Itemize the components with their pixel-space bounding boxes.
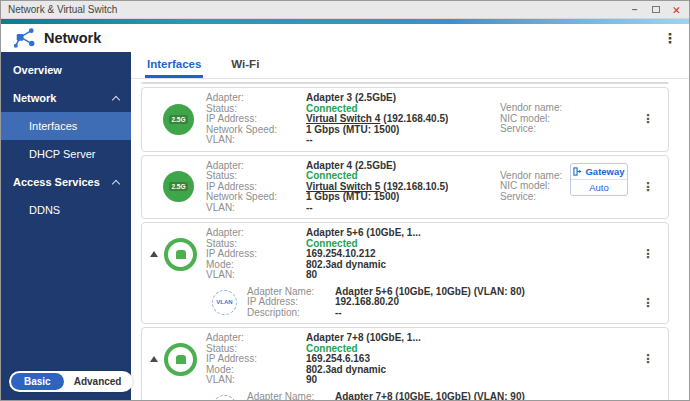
adapter-card-3: 2.5G Adapter:Adapter 3 (2.5GbE) Status:C… xyxy=(141,87,669,152)
basic-mode-button[interactable]: Basic xyxy=(11,373,64,390)
status-value: Connected xyxy=(306,344,358,355)
vlan-icon: VLAN xyxy=(212,395,237,400)
chevron-up-icon xyxy=(112,95,120,103)
field-label: Status: xyxy=(206,171,306,182)
sidebar-item-label: DDNS xyxy=(29,204,60,216)
sidebar: Overview Network Interfaces DHCP Server … xyxy=(1,52,131,400)
adapter-2-5g-icon: 2.5G xyxy=(163,104,194,135)
field-label: IP Address: xyxy=(206,354,306,365)
field-label: Adapter: xyxy=(206,93,306,104)
sidebar-item-label: DHCP Server xyxy=(29,148,95,160)
tabs-bar: Interfaces Wi-Fi xyxy=(131,52,689,79)
minimize-button[interactable]: – xyxy=(626,3,643,17)
sidebar-item-dhcp-server[interactable]: DHCP Server xyxy=(1,140,131,168)
sidebar-group-label: Access Services xyxy=(13,176,100,188)
adapter-card-4: 2.5G Adapter:Adapter 4 (2.5GbE) Status:C… xyxy=(141,155,669,220)
app-header: Network ⋮ xyxy=(1,24,689,52)
sidebar-item-overview[interactable]: Overview xyxy=(1,56,131,84)
card-kebab-menu-icon[interactable]: ⋮ xyxy=(642,248,654,260)
field-label: IP Address: xyxy=(206,249,306,260)
adapter-fields: Adapter:Adapter 4 (2.5GbE) Status:Connec… xyxy=(206,161,500,214)
speed-value: 1 Gbps (MTU: 1500) xyxy=(306,125,399,136)
ip-address: (192.168.40.5) xyxy=(383,114,448,124)
virtual-switch-link[interactable]: Virtual Switch 5 xyxy=(306,182,380,192)
status-value: Connected xyxy=(306,104,358,115)
tab-wifi[interactable]: Wi-Fi xyxy=(229,56,261,78)
nic-info-fields: Vendor name:QNAP NIC model:Intel Etherne… xyxy=(500,93,660,146)
network-app-icon xyxy=(13,28,35,48)
vlan-adapter-name: Adapter 5+6 (10GbE, 10GbE) (VLAN: 80) xyxy=(335,287,525,298)
vlan-icon: VLAN xyxy=(212,290,237,315)
adapter-fields: Adapter:Adapter 7+8 (10GbE, 1... Status:… xyxy=(206,333,500,386)
field-label: VLAN: xyxy=(206,270,306,281)
status-value: Connected xyxy=(306,239,358,250)
card-kebab-menu-icon[interactable]: ⋮ xyxy=(642,113,654,125)
close-button[interactable]: ✕ xyxy=(668,3,685,17)
sidebar-group-network[interactable]: Network xyxy=(1,84,131,112)
ip-address: 169.254.10.212 xyxy=(306,249,376,260)
mode-value: 802.3ad dynamic xyxy=(306,365,386,376)
window-title: Network & Virtual Switch xyxy=(8,4,117,15)
gateway-badge: Gateway Auto xyxy=(570,163,628,196)
field-label: Service: xyxy=(500,124,588,135)
adapter-name: Adapter 7+8 (10GbE, 1... xyxy=(306,333,421,344)
card-kebab-menu-icon[interactable]: ⋮ xyxy=(642,181,654,193)
sidebar-group-label: Network xyxy=(13,92,56,104)
icon-label: 2.5G xyxy=(169,115,187,124)
mode-toggle: Basic Advanced xyxy=(9,371,133,392)
adapter-list: Description: -- 2.5G Adapter:Adapter 3 (… xyxy=(131,79,689,400)
vlan-value: -- xyxy=(306,135,313,146)
vlan-description: -- xyxy=(335,308,342,319)
adapter-fields: Adapter:Adapter 3 (2.5GbE) Status:Connec… xyxy=(206,93,500,146)
field-label: IP Address: xyxy=(247,297,335,308)
adapter-2-5g-icon: 2.5G xyxy=(163,171,194,202)
advanced-mode-button[interactable]: Advanced xyxy=(64,373,132,390)
page-title: Network xyxy=(44,30,101,46)
vlan-adapter-name: Adapter 7+8 (10GbE, 10GbE) (VLAN: 90) xyxy=(335,392,525,401)
sidebar-item-ddns[interactable]: DDNS xyxy=(1,196,131,224)
collapse-arrow-icon[interactable] xyxy=(150,356,158,362)
field-label: Description: xyxy=(247,308,335,319)
field-label: IP Address: xyxy=(206,114,306,125)
adapter-card-7-8: Adapter:Adapter 7+8 (10GbE, 1... Status:… xyxy=(141,327,669,400)
icon-zone: 2.5G xyxy=(150,161,206,214)
field-label: Adapter: xyxy=(206,333,306,344)
field-label: Adapter Name: xyxy=(247,392,335,401)
icon-label: 2.5G xyxy=(169,182,187,191)
chevron-up-icon xyxy=(112,179,120,187)
gateway-icon xyxy=(573,167,582,176)
window-controls: – ✕ xyxy=(626,3,685,17)
icon-zone: 2.5G xyxy=(150,93,206,146)
vlan-ip-address: 192.168.80.20 xyxy=(335,297,399,308)
status-value: Connected xyxy=(306,171,358,182)
icon-zone xyxy=(150,333,206,386)
sidebar-item-label: Overview xyxy=(13,64,62,76)
gateway-label: Gateway xyxy=(585,166,624,177)
sidebar-item-label: Interfaces xyxy=(29,120,77,132)
vlan-fields: Adapter Name:Adapter 7+8 (10GbE, 10GbE) … xyxy=(247,392,660,401)
tab-interfaces[interactable]: Interfaces xyxy=(145,56,203,78)
app-window: Network & Virtual Switch – ✕ Network ⋮ O… xyxy=(0,0,690,401)
field-label: VLAN: xyxy=(206,375,306,386)
vlan-subrow: VLAN Adapter Name:Adapter 5+6 (10GbE, 10… xyxy=(150,286,660,321)
sidebar-item-interfaces[interactable]: Interfaces xyxy=(1,112,131,140)
field-label: Description: xyxy=(216,82,316,84)
adapter-card-5-6: Adapter:Adapter 5+6 (10GbE, 1... Status:… xyxy=(141,222,669,324)
header-kebab-menu-icon[interactable]: ⋮ xyxy=(663,31,677,45)
vlan-value: 80 xyxy=(306,270,317,281)
gateway-mode: Auto xyxy=(571,180,627,195)
port-trunk-icon xyxy=(164,238,197,271)
virtual-switch-link[interactable]: Virtual Switch 4 xyxy=(306,114,380,124)
main-content: Interfaces Wi-Fi Description: -- xyxy=(131,52,689,400)
maximize-button[interactable] xyxy=(647,3,664,17)
vlan-value: -- xyxy=(306,203,313,214)
vlan-subrow: VLAN Adapter Name:Adapter 7+8 (10GbE, 10… xyxy=(150,391,660,401)
ip-address: 169.254.6.163 xyxy=(306,354,370,365)
icon-zone xyxy=(150,228,206,281)
vlan-fields: Adapter Name:Adapter 5+6 (10GbE, 10GbE) … xyxy=(247,287,660,319)
title-bar: Network & Virtual Switch – ✕ xyxy=(1,1,689,19)
collapse-arrow-icon[interactable] xyxy=(150,251,158,257)
sidebar-group-access-services[interactable]: Access Services xyxy=(1,168,131,196)
card-kebab-menu-icon[interactable]: ⋮ xyxy=(642,353,654,365)
subrow-kebab-menu-icon[interactable]: ⋮ xyxy=(642,297,654,309)
